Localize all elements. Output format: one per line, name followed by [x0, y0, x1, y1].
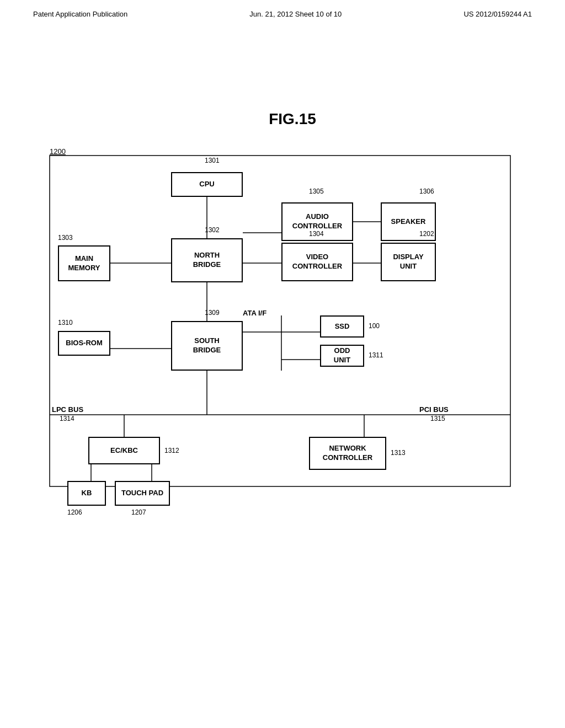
odd-unit-box: ODD UNIT	[320, 345, 364, 367]
label-100: 100	[369, 322, 380, 330]
label-1302: 1302	[205, 226, 220, 234]
north-bridge-box: NORTH BRIDGE	[171, 238, 243, 282]
display-unit-box: DISPLAY UNIT	[381, 243, 436, 281]
label-1301: 1301	[205, 157, 220, 164]
label-1207: 1207	[131, 508, 146, 516]
ec-kbc-box: EC/KBC	[88, 437, 160, 464]
figure-title: FIG.15	[55, 110, 530, 128]
cpu-box: CPU	[171, 172, 243, 197]
main-memory-box: MAIN MEMORY	[58, 245, 110, 281]
page-header: Patent Application Publication Jun. 21, …	[0, 0, 565, 18]
ata-if-label: ATA I/F	[243, 309, 266, 317]
label-1304: 1304	[309, 230, 324, 238]
label-1309: 1309	[205, 309, 220, 317]
label-1312: 1312	[164, 447, 179, 454]
ssd-box: SSD	[320, 315, 364, 338]
label-1200: 1200	[50, 147, 66, 156]
label-1202: 1202	[419, 230, 434, 238]
label-1313: 1313	[391, 449, 406, 457]
header-left: Patent Application Publication	[33, 10, 127, 18]
label-1315: 1315	[430, 415, 445, 422]
kb-box: KB	[67, 481, 106, 506]
label-1314: 1314	[60, 415, 74, 422]
label-1305: 1305	[309, 188, 324, 195]
label-1311: 1311	[369, 351, 383, 359]
label-1310: 1310	[58, 319, 73, 326]
video-controller-box: VIDEO CONTROLLER	[281, 243, 353, 281]
header-middle: Jun. 21, 2012 Sheet 10 of 10	[249, 10, 342, 18]
label-1303: 1303	[58, 234, 73, 242]
lpc-bus-label: LPC BUS	[52, 405, 83, 414]
header-right: US 2012/0159244 A1	[463, 10, 532, 18]
label-1206: 1206	[67, 508, 82, 516]
label-1306: 1306	[419, 188, 434, 195]
pci-bus-label: PCI BUS	[419, 405, 449, 414]
south-bridge-box: SOUTH BRIDGE	[171, 321, 243, 371]
bios-rom-box: BIOS-ROM	[58, 331, 110, 356]
diagram-container: FIG.15	[33, 110, 530, 540]
network-controller-box: NETWORK CONTROLLER	[309, 437, 386, 470]
touch-pad-box: TOUCH PAD	[115, 481, 170, 506]
diagram: CPU 1301 NORTH BRIDGE 1302 MAIN MEMORY 1…	[44, 144, 519, 542]
